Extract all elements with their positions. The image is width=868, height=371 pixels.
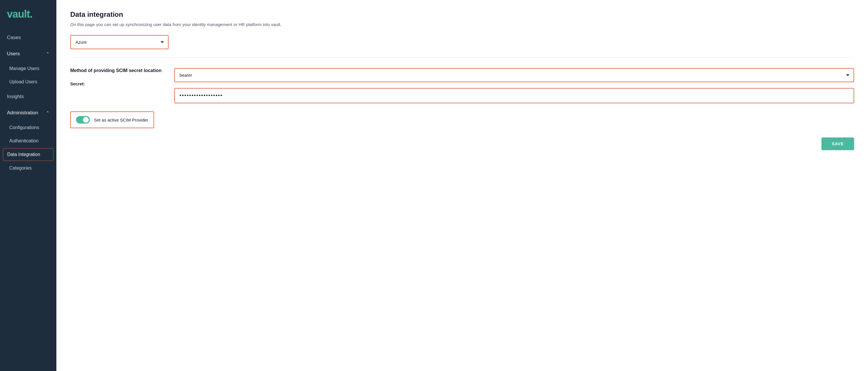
- scim-layout: Method of providing SCIM secret location…: [70, 68, 854, 103]
- sidebar-sub-label-upload-users: Upload Users: [9, 79, 37, 84]
- app-logo: vault.: [0, 0, 56, 30]
- toggle-slider: [76, 116, 90, 123]
- main-content: Data integration On this page you can se…: [56, 0, 868, 371]
- sidebar-sub-label-manage-users: Manage Users: [9, 66, 39, 71]
- sidebar-item-configurations[interactable]: Configurations: [0, 121, 56, 134]
- provider-select-wrapper: Azure Okta Google LDAP: [70, 35, 168, 49]
- page-title: Data integration: [70, 10, 854, 19]
- sidebar-item-categories[interactable]: Categories: [0, 162, 56, 175]
- scim-method-select[interactable]: bearer header query: [175, 68, 854, 82]
- sidebar-item-users[interactable]: Users ⌃: [0, 46, 56, 62]
- scim-method-label: Method of providing SCIM secret location: [70, 68, 174, 73]
- secret-label: Secret:: [70, 81, 174, 86]
- sidebar-item-administration[interactable]: Administration ⌃: [0, 105, 56, 121]
- sidebar-item-upload-users[interactable]: Upload Users: [0, 75, 56, 89]
- sidebar-item-users-label: Users: [7, 51, 20, 57]
- page-description: On this page you can set up synchronizin…: [70, 22, 854, 27]
- toggle-label: Set as active SCIM Provider: [94, 117, 148, 122]
- scim-toggle-section: Set as active SCIM Provider: [70, 111, 154, 128]
- sidebar-sub-label-categories: Categories: [9, 166, 32, 170]
- scim-labels-col: Method of providing SCIM secret location…: [70, 68, 174, 103]
- sidebar: vault. Cases Users ⌃ Manage Users Upload…: [0, 0, 56, 371]
- sidebar-item-authentication[interactable]: Authentication: [0, 134, 56, 148]
- logo-text: vault.: [7, 8, 32, 20]
- save-section: SAVE: [70, 138, 854, 150]
- sidebar-sub-label-configurations: Configurations: [9, 125, 39, 130]
- save-button[interactable]: SAVE: [822, 138, 854, 150]
- sidebar-item-cases-label: Cases: [7, 35, 21, 40]
- sidebar-item-cases[interactable]: Cases: [0, 30, 56, 46]
- sidebar-sub-label-authentication: Authentication: [9, 138, 38, 143]
- sidebar-item-data-integration[interactable]: Data Integration: [3, 148, 54, 161]
- secret-input-wrapper: [174, 88, 854, 103]
- sidebar-item-insights-label: Insights: [7, 94, 24, 99]
- method-select-wrapper: bearer header query: [174, 68, 854, 82]
- chevron-up-icon: ⌃: [46, 52, 50, 56]
- scim-toggle[interactable]: [76, 116, 90, 123]
- sidebar-item-administration-label: Administration: [7, 110, 38, 116]
- provider-select[interactable]: Azure Okta Google LDAP: [71, 36, 168, 49]
- chevron-up-icon-admin: ⌃: [46, 111, 50, 115]
- secret-input[interactable]: [175, 89, 854, 103]
- section-divider: [70, 57, 854, 58]
- scim-inputs-col: bearer header query: [174, 68, 854, 103]
- sidebar-item-insights[interactable]: Insights: [0, 89, 56, 105]
- sidebar-item-manage-users[interactable]: Manage Users: [0, 62, 56, 75]
- sidebar-sub-label-data-integration: Data Integration: [7, 152, 40, 157]
